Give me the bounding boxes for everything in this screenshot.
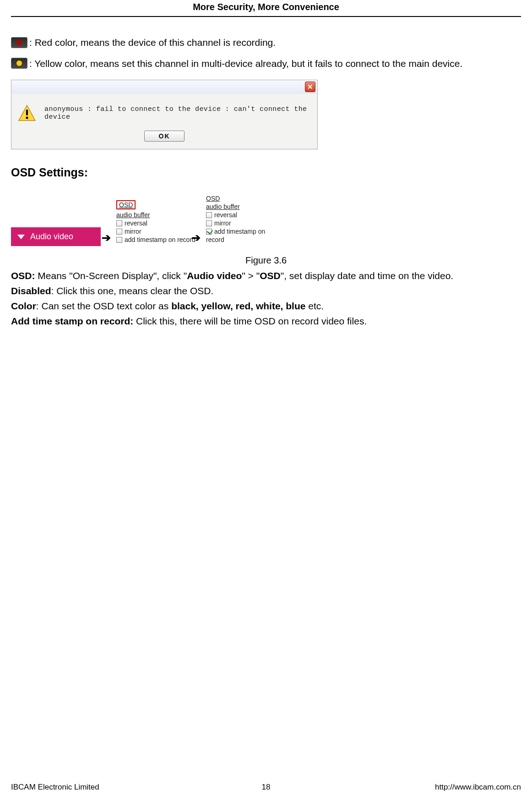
legend-red-line: : Red color, means the device of this ch…: [11, 35, 521, 50]
audio-buffer-link[interactable]: audio buffer: [206, 203, 240, 210]
timestamp-checkbox[interactable]: [116, 237, 122, 243]
timestamp-label-line2: record: [206, 236, 224, 243]
timestamp-label: add timestamp on record: [125, 236, 195, 243]
audio-video-tab-label: Audio video: [30, 232, 73, 241]
chevron-down-icon: [17, 235, 25, 239]
ok-button[interactable]: OK: [144, 131, 185, 142]
disabled-description: Disabled: Click this one, means clear th…: [11, 284, 521, 298]
page-footer: IBCAM Electronic Limited 18 http://www.i…: [11, 783, 521, 792]
osd-description: OSD: Means "On-Screen Display", click "A…: [11, 269, 521, 283]
timestamp-description: Add time stamp on record: Click this, th…: [11, 314, 521, 328]
osd-panel-after: OSD audio buffer reversal mirror add tim…: [201, 190, 285, 246]
reversal-label: reversal: [214, 211, 237, 219]
legend-red-text: : Red color, means the device of this ch…: [29, 35, 276, 50]
osd-figure-row: Audio video ➔ OSD audio buffer reversal …: [11, 190, 521, 246]
close-button[interactable]: ✕: [305, 82, 315, 92]
audio-video-tab[interactable]: Audio video: [11, 227, 101, 246]
error-dialog: ✕ anonymous : fail to connect to the dev…: [11, 80, 318, 149]
yellow-status-icon: [11, 58, 27, 69]
osd-panel-before: OSD audio buffer reversal mirror add tim…: [112, 196, 190, 246]
timestamp-label-line1: add timestamp on: [214, 228, 265, 235]
page-header-tagline: More Security, More Convenience: [11, 0, 521, 17]
legend-yellow-text: : Yellow color, means set this channel i…: [29, 56, 462, 71]
warning-icon: [18, 104, 36, 122]
osd-settings-heading: OSD Settings:: [11, 166, 521, 179]
mirror-checkbox[interactable]: [116, 229, 122, 235]
legend-yellow-line: : Yellow color, means set this channel i…: [11, 56, 521, 71]
reversal-label: reversal: [125, 219, 147, 227]
mirror-checkbox[interactable]: [206, 220, 212, 226]
timestamp-checkbox-checked[interactable]: [206, 229, 212, 235]
dialog-titlebar: ✕: [11, 80, 317, 94]
osd-link-highlighted[interactable]: OSD: [116, 200, 136, 209]
dialog-message: anonymous : fail to connect to the devic…: [44, 105, 311, 121]
mirror-label: mirror: [214, 219, 231, 227]
footer-page-number: 18: [11, 783, 521, 792]
mirror-label: mirror: [125, 228, 141, 235]
red-status-icon: [11, 37, 27, 48]
svg-rect-1: [26, 110, 28, 115]
osd-link[interactable]: OSD: [206, 195, 220, 202]
arrow-icon: ➔: [190, 231, 201, 246]
arrow-icon: ➔: [101, 231, 112, 246]
color-description: Color: Can set the OSD text color as bla…: [11, 299, 521, 313]
reversal-checkbox[interactable]: [116, 220, 122, 226]
audio-buffer-link[interactable]: audio buffer: [116, 211, 150, 219]
reversal-checkbox[interactable]: [206, 212, 212, 218]
figure-caption: Figure 3.6: [11, 255, 521, 266]
svg-point-2: [26, 116, 28, 119]
